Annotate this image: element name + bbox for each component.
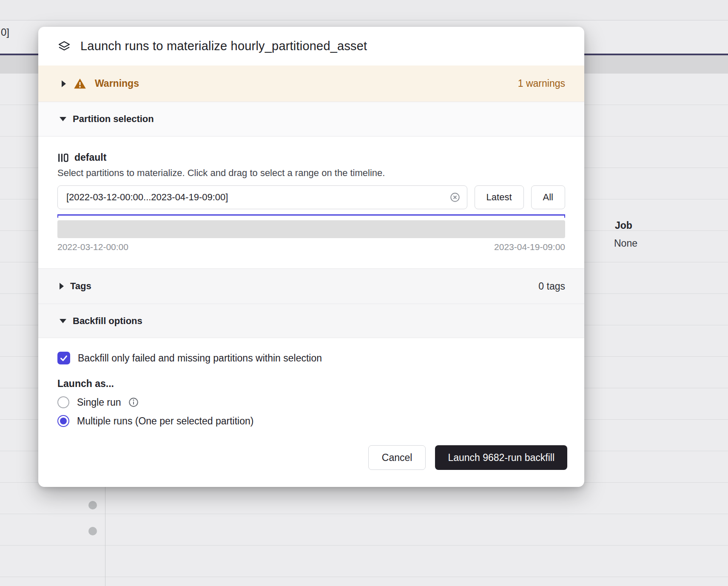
checkbox-checked-icon[interactable]	[57, 352, 70, 364]
partition-selection-content: default Select partitions to materialize…	[38, 137, 584, 268]
job-column-header: Job	[615, 220, 632, 231]
partition-instructions: Select partitions to materialize. Click …	[57, 168, 565, 179]
failed-missing-checkbox-row[interactable]: Backfill only failed and missing partiti…	[57, 352, 565, 364]
asset-layers-icon	[57, 40, 71, 53]
chevron-right-icon	[62, 80, 66, 87]
dimension-name: default	[74, 152, 106, 163]
failed-missing-checkbox-label: Backfill only failed and missing partiti…	[78, 353, 322, 364]
timeline-labels: 2022-03-12-00:00 2023-04-19-09:00	[57, 242, 565, 252]
clear-selection-icon[interactable]	[449, 192, 461, 203]
job-column-value: None	[614, 238, 637, 249]
tags-title: Tags	[70, 281, 91, 292]
all-button[interactable]: All	[531, 185, 565, 209]
chevron-down-icon	[60, 319, 66, 323]
radio-checked-icon[interactable]	[57, 415, 69, 427]
launch-as-label: Launch as...	[57, 378, 565, 390]
chevron-right-icon	[60, 283, 64, 290]
single-run-radio-row[interactable]: Single run	[57, 396, 565, 408]
dimension-row: default	[57, 152, 565, 163]
chevron-down-icon	[60, 117, 66, 121]
multiple-runs-radio-row[interactable]: Multiple runs (One per selected partitio…	[57, 415, 565, 427]
timeline-selection-range[interactable]	[57, 214, 565, 218]
backfill-options-title: Backfill options	[73, 316, 142, 327]
partition-range-input-wrap	[57, 185, 467, 209]
partition-controls-row: Latest All	[57, 185, 565, 209]
partition-selection-section-header[interactable]: Partition selection	[38, 102, 584, 137]
background-top-strip	[0, 0, 728, 20]
latest-button[interactable]: Latest	[475, 185, 524, 209]
backfill-options-content: Backfill only failed and missing partiti…	[38, 338, 584, 430]
partition-selection-title: Partition selection	[73, 114, 154, 125]
timeline-end-label: 2023-04-19-09:00	[494, 242, 565, 252]
background-row-dot	[88, 527, 97, 535]
tags-count-badge: 0 tags	[538, 281, 565, 292]
warning-triangle-icon	[74, 77, 86, 90]
partition-timeline[interactable]	[57, 220, 565, 238]
dialog-footer: Cancel Launch 9682-run backfill	[38, 435, 584, 487]
backfill-options-section-header[interactable]: Backfill options	[38, 304, 584, 338]
warnings-count-badge: 1 warnings	[518, 78, 565, 89]
launch-backfill-dialog: Launch runs to materialize hourly_partit…	[38, 27, 584, 487]
dialog-header: Launch runs to materialize hourly_partit…	[38, 27, 584, 65]
multiple-runs-label: Multiple runs (One per selected partitio…	[77, 415, 253, 427]
background-row-dot	[88, 501, 97, 509]
background-clipped-text: 0]	[1, 26, 9, 38]
warnings-section-header[interactable]: Warnings 1 warnings	[38, 65, 584, 102]
partition-set-icon	[57, 152, 68, 163]
timeline-start-label: 2022-03-12-00:00	[57, 242, 128, 252]
info-icon[interactable]	[128, 397, 139, 408]
single-run-label: Single run	[77, 397, 121, 408]
tags-section-header[interactable]: Tags 0 tags	[38, 268, 584, 304]
cancel-button[interactable]: Cancel	[368, 445, 426, 470]
partition-range-input[interactable]	[57, 185, 467, 209]
warnings-label: Warnings	[95, 78, 139, 89]
launch-backfill-button[interactable]: Launch 9682-run backfill	[435, 445, 567, 470]
dialog-title: Launch runs to materialize hourly_partit…	[80, 39, 367, 53]
radio-unchecked-icon[interactable]	[57, 396, 69, 408]
